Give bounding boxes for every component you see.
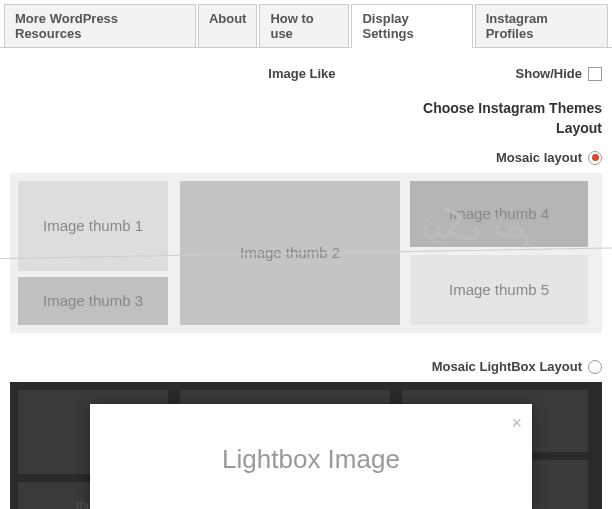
setting-row-image-like: Image Like Show/Hide xyxy=(0,48,612,87)
lightbox-preview: thumb e b 4 e b 5 Lightbox Image × xyxy=(10,382,602,509)
lightbox-modal: Lightbox Image × xyxy=(90,404,532,509)
option-lightbox-label: Mosaic LightBox Layout xyxy=(432,359,582,374)
tab-about[interactable]: About xyxy=(198,4,258,48)
mosaic-thumb-5: Image thumb 5 xyxy=(410,255,588,325)
option-lightbox-row: Mosaic LightBox Layout xyxy=(0,351,612,378)
showhide-label: Show/Hide xyxy=(516,66,582,81)
mosaic-preview: Image thumb 1 Image thumb 2 Image thumb … xyxy=(10,173,602,333)
option-mosaic-row: Mosaic layout xyxy=(0,142,612,169)
close-icon[interactable]: × xyxy=(511,412,522,435)
tab-profiles[interactable]: Instagram Profiles xyxy=(475,4,608,48)
watermark-text: تیک تم xyxy=(418,198,532,249)
section-title: Choose Instagram Themes Layout xyxy=(0,87,612,142)
tab-resources[interactable]: More WordPress Resources xyxy=(4,4,196,48)
option-lightbox-radio[interactable] xyxy=(588,360,602,374)
tab-howto[interactable]: How to use xyxy=(259,4,349,48)
mosaic-thumb-3: Image thumb 3 xyxy=(18,277,168,325)
option-mosaic-radio[interactable] xyxy=(588,151,602,165)
tabs-bar: More WordPress Resources About How to us… xyxy=(0,0,612,48)
image-like-label: Image Like xyxy=(268,66,335,81)
tab-display-settings[interactable]: Display Settings xyxy=(351,4,472,48)
showhide-checkbox[interactable] xyxy=(588,67,602,81)
option-mosaic-label: Mosaic layout xyxy=(496,150,582,165)
